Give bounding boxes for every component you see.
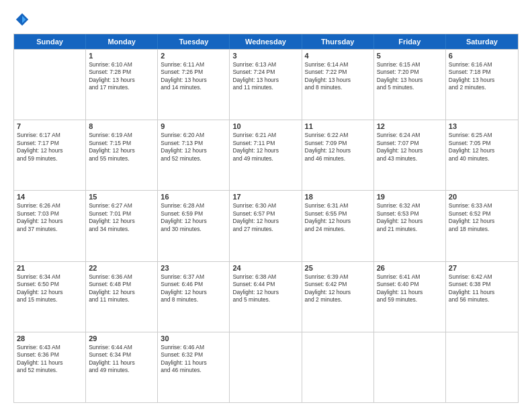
calendar-cell-9: 9Sunrise: 6:20 AM Sunset: 7:13 PM Daylig… [158,120,230,190]
calendar-cell-16: 16Sunrise: 6:28 AM Sunset: 6:59 PM Dayli… [158,191,230,261]
calendar-cell-2: 2Sunrise: 6:11 AM Sunset: 7:26 PM Daylig… [158,50,230,120]
day-info: Sunrise: 6:28 AM Sunset: 6:59 PM Dayligh… [161,202,226,233]
day-info: Sunrise: 6:39 AM Sunset: 6:42 PM Dayligh… [305,273,371,304]
calendar-cell-1: 1Sunrise: 6:10 AM Sunset: 7:28 PM Daylig… [86,50,158,120]
day-info: Sunrise: 6:19 AM Sunset: 7:15 PM Dayligh… [89,132,154,163]
calendar-cell-17: 17Sunrise: 6:30 AM Sunset: 6:57 PM Dayli… [230,191,302,261]
logo-icon [15,12,30,27]
calendar-row-1: 1Sunrise: 6:10 AM Sunset: 7:28 PM Daylig… [14,49,518,120]
day-info: Sunrise: 6:37 AM Sunset: 6:46 PM Dayligh… [161,273,226,304]
day-number: 11 [305,122,371,130]
day-number: 1 [89,52,154,60]
page: SundayMondayTuesdayWednesdayThursdayFrid… [0,0,532,411]
calendar-cell-25: 25Sunrise: 6:39 AM Sunset: 6:42 PM Dayli… [302,262,374,332]
day-number: 19 [377,193,443,201]
calendar-body: 1Sunrise: 6:10 AM Sunset: 7:28 PM Daylig… [14,49,518,402]
day-number: 10 [232,122,298,130]
calendar-cell-4: 4Sunrise: 6:14 AM Sunset: 7:22 PM Daylig… [302,50,374,120]
day-info: Sunrise: 6:36 AM Sunset: 6:48 PM Dayligh… [89,273,154,304]
header [13,12,519,27]
calendar-cell-26: 26Sunrise: 6:41 AM Sunset: 6:40 PM Dayli… [374,262,446,332]
day-number: 6 [449,52,515,60]
day-number: 24 [232,264,298,272]
day-info: Sunrise: 6:15 AM Sunset: 7:20 PM Dayligh… [377,61,443,92]
calendar-cell-empty-4 [302,332,374,402]
day-info: Sunrise: 6:43 AM Sunset: 6:36 PM Dayligh… [17,344,83,375]
calendar-row-2: 7Sunrise: 6:17 AM Sunset: 7:17 PM Daylig… [14,120,518,190]
logo [13,12,30,27]
calendar-cell-21: 21Sunrise: 6:34 AM Sunset: 6:50 PM Dayli… [14,262,86,332]
day-info: Sunrise: 6:27 AM Sunset: 7:01 PM Dayligh… [89,202,154,233]
day-number: 17 [232,193,298,201]
calendar-cell-28: 28Sunrise: 6:43 AM Sunset: 6:36 PM Dayli… [14,332,86,402]
day-info: Sunrise: 6:16 AM Sunset: 7:18 PM Dayligh… [449,61,515,92]
day-info: Sunrise: 6:34 AM Sunset: 6:50 PM Dayligh… [17,273,83,304]
calendar-cell-30: 30Sunrise: 6:46 AM Sunset: 6:32 PM Dayli… [158,332,230,402]
calendar-header: SundayMondayTuesdayWednesdayThursdayFrid… [14,34,518,49]
calendar-cell-empty-0 [14,50,86,120]
day-info: Sunrise: 6:24 AM Sunset: 7:07 PM Dayligh… [377,132,443,163]
day-info: Sunrise: 6:22 AM Sunset: 7:09 PM Dayligh… [305,132,371,163]
day-info: Sunrise: 6:38 AM Sunset: 6:44 PM Dayligh… [232,273,298,304]
weekday-header-wednesday: Wednesday [230,34,302,49]
day-number: 4 [305,52,371,60]
day-info: Sunrise: 6:25 AM Sunset: 7:05 PM Dayligh… [449,132,515,163]
day-number: 21 [17,264,83,272]
calendar-row-5: 28Sunrise: 6:43 AM Sunset: 6:36 PM Dayli… [14,332,518,402]
calendar-cell-27: 27Sunrise: 6:42 AM Sunset: 6:38 PM Dayli… [446,262,518,332]
calendar-cell-empty-5 [374,332,446,402]
calendar-cell-13: 13Sunrise: 6:25 AM Sunset: 7:05 PM Dayli… [446,120,518,190]
calendar-cell-5: 5Sunrise: 6:15 AM Sunset: 7:20 PM Daylig… [374,50,446,120]
day-info: Sunrise: 6:31 AM Sunset: 6:55 PM Dayligh… [305,202,371,233]
calendar-cell-3: 3Sunrise: 6:13 AM Sunset: 7:24 PM Daylig… [230,50,302,120]
day-number: 18 [305,193,371,201]
day-number: 29 [89,334,154,342]
calendar-cell-15: 15Sunrise: 6:27 AM Sunset: 7:01 PM Dayli… [86,191,158,261]
weekday-header-thursday: Thursday [302,34,374,49]
calendar-cell-14: 14Sunrise: 6:26 AM Sunset: 7:03 PM Dayli… [14,191,86,261]
day-number: 28 [17,334,83,342]
day-info: Sunrise: 6:41 AM Sunset: 6:40 PM Dayligh… [377,273,443,304]
calendar-cell-20: 20Sunrise: 6:33 AM Sunset: 6:52 PM Dayli… [446,191,518,261]
day-info: Sunrise: 6:44 AM Sunset: 6:34 PM Dayligh… [89,344,154,375]
day-number: 13 [449,122,515,130]
day-info: Sunrise: 6:33 AM Sunset: 6:52 PM Dayligh… [449,202,515,233]
day-info: Sunrise: 6:26 AM Sunset: 7:03 PM Dayligh… [17,202,83,233]
day-number: 26 [377,264,443,272]
day-number: 8 [89,122,154,130]
calendar-cell-7: 7Sunrise: 6:17 AM Sunset: 7:17 PM Daylig… [14,120,86,190]
calendar: SundayMondayTuesdayWednesdayThursdayFrid… [13,34,519,403]
day-info: Sunrise: 6:32 AM Sunset: 6:53 PM Dayligh… [377,202,443,233]
day-info: Sunrise: 6:14 AM Sunset: 7:22 PM Dayligh… [305,61,371,92]
day-info: Sunrise: 6:13 AM Sunset: 7:24 PM Dayligh… [232,61,298,92]
calendar-cell-23: 23Sunrise: 6:37 AM Sunset: 6:46 PM Dayli… [158,262,230,332]
day-number: 3 [232,52,298,60]
calendar-cell-8: 8Sunrise: 6:19 AM Sunset: 7:15 PM Daylig… [86,120,158,190]
day-number: 2 [161,52,226,60]
calendar-cell-19: 19Sunrise: 6:32 AM Sunset: 6:53 PM Dayli… [374,191,446,261]
day-number: 30 [161,334,226,342]
day-number: 15 [89,193,154,201]
day-number: 14 [17,193,83,201]
calendar-cell-empty-6 [446,332,518,402]
day-info: Sunrise: 6:10 AM Sunset: 7:28 PM Dayligh… [89,61,154,92]
calendar-cell-empty-3 [230,332,302,402]
day-info: Sunrise: 6:42 AM Sunset: 6:38 PM Dayligh… [449,273,515,304]
day-number: 5 [377,52,443,60]
day-info: Sunrise: 6:20 AM Sunset: 7:13 PM Dayligh… [161,132,226,163]
calendar-cell-18: 18Sunrise: 6:31 AM Sunset: 6:55 PM Dayli… [302,191,374,261]
day-number: 9 [161,122,226,130]
weekday-header-tuesday: Tuesday [158,34,230,49]
day-number: 20 [449,193,515,201]
calendar-cell-24: 24Sunrise: 6:38 AM Sunset: 6:44 PM Dayli… [230,262,302,332]
day-number: 7 [17,122,83,130]
day-info: Sunrise: 6:46 AM Sunset: 6:32 PM Dayligh… [161,344,226,375]
calendar-cell-11: 11Sunrise: 6:22 AM Sunset: 7:09 PM Dayli… [302,120,374,190]
calendar-cell-10: 10Sunrise: 6:21 AM Sunset: 7:11 PM Dayli… [230,120,302,190]
day-number: 12 [377,122,443,130]
weekday-header-friday: Friday [374,34,446,49]
calendar-row-3: 14Sunrise: 6:26 AM Sunset: 7:03 PM Dayli… [14,190,518,261]
weekday-header-sunday: Sunday [14,34,86,49]
day-number: 16 [161,193,226,201]
day-number: 27 [449,264,515,272]
